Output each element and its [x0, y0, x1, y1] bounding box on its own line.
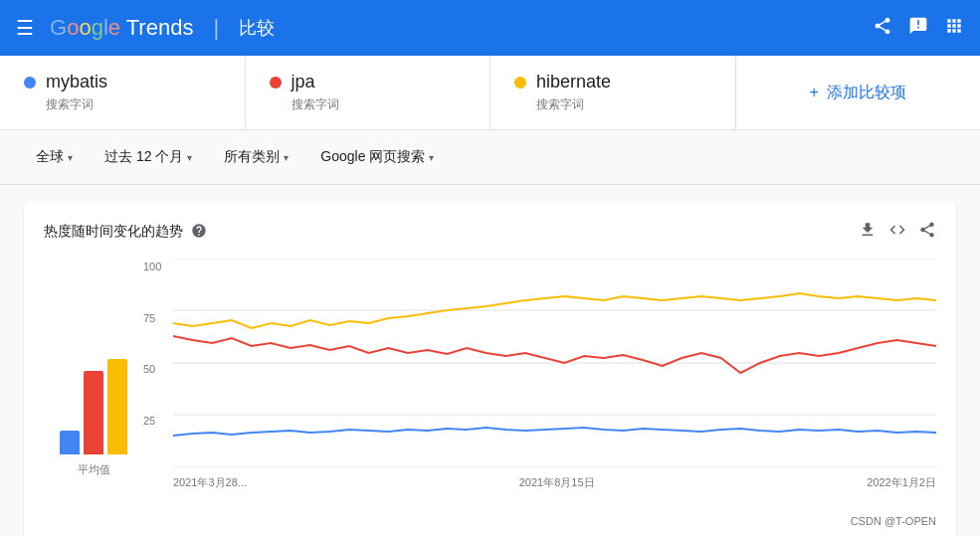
- filter-region-arrow: ▾: [68, 152, 73, 163]
- search-terms-row: mybatis 搜索字词 jpa 搜索字词 hibernate 搜索字词 + 添…: [0, 56, 980, 130]
- chart-card: 热度随时间变化的趋势: [24, 201, 956, 536]
- main-content: 热度随时间变化的趋势: [0, 185, 980, 536]
- header-right: [873, 16, 964, 41]
- chart-title-row: 热度随时间变化的趋势: [44, 223, 207, 242]
- search-term-jpa[interactable]: jpa 搜索字词: [246, 56, 491, 129]
- download-chart-icon[interactable]: [859, 221, 877, 243]
- y-label-100: 100: [143, 261, 161, 272]
- avg-label: 平均值: [78, 462, 110, 477]
- x-label-2: 2021年8月15日: [519, 475, 595, 490]
- attribution-text: CSDN @T-OPEN: [851, 515, 936, 527]
- filter-search-type-arrow: ▾: [429, 152, 434, 163]
- chart-footer: CSDN @T-OPEN: [44, 515, 936, 527]
- chart-left-panel: 平均值: [44, 259, 143, 507]
- filter-period-arrow: ▾: [187, 152, 192, 163]
- hibernate-dot: [514, 77, 526, 89]
- apps-header-icon[interactable]: [944, 16, 964, 41]
- mybatis-name: mybatis: [46, 72, 107, 92]
- chart-header: 热度随时间变化的趋势: [44, 221, 936, 243]
- google-trends-logo: Google Trends: [50, 15, 193, 41]
- chart-help-icon[interactable]: [191, 223, 207, 242]
- line-chart-svg: [173, 259, 936, 467]
- filter-search-type-label: Google 网页搜索: [320, 148, 425, 166]
- bar-jpa: [84, 371, 103, 454]
- x-axis-labels: 2021年3月28... 2021年8月15日 2022年1月2日: [173, 471, 936, 490]
- share-chart-icon[interactable]: [918, 221, 936, 243]
- x-label-3: 2022年1月2日: [867, 475, 936, 490]
- jpa-dot: [270, 77, 282, 89]
- bar-mybatis: [60, 431, 80, 454]
- add-comparison-label: 添加比较项: [827, 83, 906, 103]
- hibernate-name: hibernate: [536, 72, 611, 92]
- filter-row: 全球 ▾ 过去 12 个月 ▾ 所有类别 ▾ Google 网页搜索 ▾: [0, 130, 980, 185]
- header: ☰ Google Trends | 比较: [0, 0, 980, 56]
- chart-title: 热度随时间变化的趋势: [44, 223, 183, 241]
- y-label-50: 50: [143, 363, 161, 375]
- chart-main: 100 75 50 25: [143, 259, 936, 507]
- add-comparison-button[interactable]: + 添加比较项: [736, 56, 981, 129]
- feedback-header-icon[interactable]: [908, 16, 928, 41]
- add-comparison-plus: +: [810, 84, 819, 101]
- search-term-hibernate[interactable]: hibernate 搜索字词: [490, 56, 736, 129]
- chart-area: 平均值 100 75 50 25: [44, 259, 936, 507]
- y-label-25: 25: [143, 415, 161, 427]
- bar-chart: [60, 335, 127, 454]
- hibernate-type: 搜索字词: [536, 96, 711, 113]
- header-separator: |: [213, 15, 219, 41]
- chart-actions: [859, 221, 936, 243]
- filter-category-arrow: ▾: [284, 152, 289, 163]
- embed-chart-icon[interactable]: [888, 221, 906, 243]
- bar-hibernate: [107, 359, 127, 454]
- y-label-75: 75: [143, 312, 161, 324]
- header-compare-label: 比较: [239, 16, 275, 40]
- mybatis-dot: [24, 77, 36, 89]
- mybatis-type: 搜索字词: [46, 96, 221, 113]
- filter-region-label: 全球: [36, 148, 64, 166]
- filter-period[interactable]: 过去 12 个月 ▾: [93, 142, 204, 172]
- jpa-type: 搜索字词: [292, 96, 467, 113]
- menu-icon[interactable]: ☰: [16, 16, 34, 40]
- jpa-name: jpa: [292, 72, 315, 92]
- filter-region[interactable]: 全球 ▾: [24, 142, 85, 172]
- filter-category[interactable]: 所有类别 ▾: [212, 142, 300, 172]
- filter-search-type[interactable]: Google 网页搜索 ▾: [308, 142, 446, 172]
- search-term-mybatis[interactable]: mybatis 搜索字词: [0, 56, 246, 129]
- filter-category-label: 所有类别: [224, 148, 280, 166]
- logo-text: Google Trends: [50, 15, 193, 41]
- x-label-1: 2021年3月28...: [173, 475, 247, 490]
- filter-period-label: 过去 12 个月: [104, 148, 183, 166]
- share-header-icon[interactable]: [873, 16, 892, 41]
